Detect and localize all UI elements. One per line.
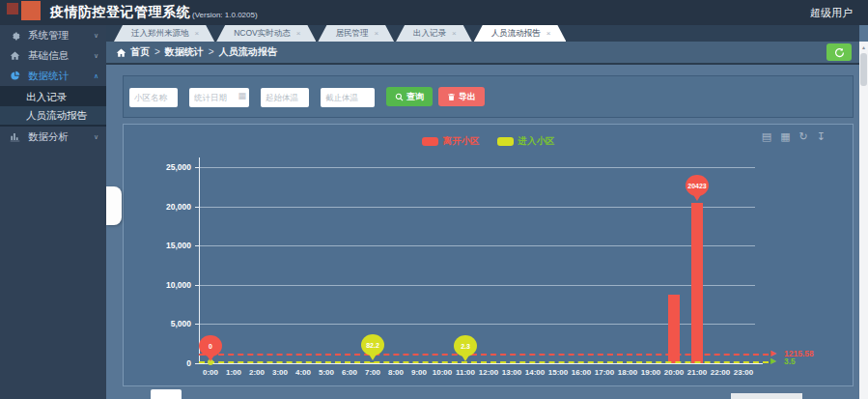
refresh-button[interactable]: [826, 43, 852, 61]
panel-collapse-handle[interactable]: [106, 186, 122, 225]
chevron-up-icon: ∧: [94, 72, 98, 80]
sidebar-subitem[interactable]: 出入记录: [0, 88, 106, 106]
average-line: [199, 354, 769, 356]
sidebar-item-label: 数据统计: [28, 70, 69, 83]
chart-panel: 离开小区进入小区 ▤▦↻↧ 05,00010,00015,00020,00025…: [123, 124, 854, 386]
vertical-scrollbar[interactable]: ▴: [859, 42, 868, 399]
sidebar-subitem[interactable]: 人员流动报告: [0, 106, 106, 125]
bar-离开小区: [691, 203, 703, 363]
y-tick-label: 5,000: [124, 319, 191, 328]
breadcrumb-home[interactable]: 首页: [130, 45, 150, 59]
chevron-down-icon: ∨: [94, 52, 98, 60]
sidebar-submenu: 出入记录人员流动报告: [0, 86, 106, 127]
start-temp-input[interactable]: [261, 88, 309, 107]
query-button-label: 查询: [406, 91, 424, 103]
trash-icon: [447, 93, 456, 101]
close-icon[interactable]: ×: [374, 29, 378, 38]
chevron-down-icon: ∨: [94, 133, 98, 141]
query-button[interactable]: 查询: [386, 87, 433, 106]
home-icon: [10, 50, 24, 61]
tab-label: 居民管理: [335, 28, 368, 40]
community-name-input[interactable]: [129, 88, 178, 107]
refresh-icon: [834, 47, 845, 58]
marker-pin: 2.3: [454, 335, 477, 356]
y-tick-label: 20,000: [124, 202, 191, 212]
breadcrumb-separator: >: [209, 46, 214, 57]
search-panel: ▦ 查询 导出: [123, 75, 854, 118]
tab[interactable]: 出入记录×: [396, 25, 472, 42]
app-header: 疫情防控登记管理系统 (Version: 1.0.0205) 超级用户: [0, 0, 868, 25]
search-field: ▦: [189, 87, 249, 107]
tab[interactable]: 居民管理×: [318, 25, 394, 42]
gridline: [199, 285, 755, 286]
breadcrumb-item[interactable]: 人员流动报告: [219, 46, 277, 57]
tab[interactable]: NCOV实时动态×: [216, 25, 316, 42]
bottom-partial-panel: [151, 389, 182, 399]
tab-label: NCOV实时动态: [234, 28, 291, 40]
breadcrumb-item[interactable]: 数据统计: [165, 46, 204, 57]
x-tick-label: 23:00: [727, 368, 760, 377]
tab-label: 迁入郑州来源地: [131, 28, 189, 40]
x-axis: [199, 363, 763, 364]
end-temp-input[interactable]: [321, 88, 375, 107]
tab[interactable]: 迁入郑州来源地×: [114, 25, 214, 42]
breadcrumb: >数据统计>人员流动报告: [150, 45, 277, 59]
gear-icon: [10, 30, 24, 41]
search-field: [129, 87, 178, 107]
chart-plot: 05,00010,00015,00020,00025,0000:001:002:…: [124, 125, 853, 385]
home-icon: [116, 47, 126, 58]
app-logo: [0, 0, 50, 25]
bar-chart-icon: [10, 131, 24, 142]
average-value-label: 3.5: [784, 356, 796, 366]
close-icon[interactable]: ×: [452, 29, 457, 38]
y-tick-label: 25,000: [124, 162, 191, 172]
search-icon: [395, 93, 404, 101]
sidebar-item[interactable]: 基础信息∨: [0, 45, 106, 66]
app-root: 疫情防控登记管理系统 (Version: 1.0.0205) 超级用户 系统管理…: [0, 0, 868, 399]
chevron-down-icon: ∨: [94, 32, 98, 40]
gridline: [199, 245, 755, 246]
tab-label: 出入记录: [413, 28, 446, 40]
search-fields: ▦: [129, 87, 386, 107]
tab-label: 人员流动报告: [491, 28, 541, 40]
app-version: (Version: 1.0.0205): [192, 11, 258, 19]
sidebar-item-label: 基础信息: [28, 49, 69, 63]
scrollbar-thumb[interactable]: [860, 53, 867, 86]
close-icon[interactable]: ×: [296, 29, 301, 38]
sidebar-item-label: 系统管理: [28, 29, 69, 43]
sidebar-item[interactable]: 数据分析∨: [0, 127, 106, 147]
marker-pin-label: 20423: [687, 183, 706, 189]
scroll-up-icon[interactable]: ▴: [859, 42, 868, 50]
gridline: [199, 207, 755, 208]
close-icon[interactable]: ×: [546, 29, 551, 38]
breadcrumb-separator: >: [154, 46, 160, 57]
export-button-label: 导出: [459, 91, 476, 103]
user-menu[interactable]: 超级用户: [810, 6, 853, 20]
sidebar-item[interactable]: 系统管理∨: [0, 25, 106, 45]
logo-square-orange: [21, 1, 41, 20]
y-tick-label: 0: [124, 358, 191, 368]
app-title: 疫情防控登记管理系统: [50, 4, 190, 21]
average-arrow-icon: ▶: [770, 356, 776, 365]
breadcrumb-bar: 首页 >数据统计>人员流动报告: [106, 42, 859, 65]
sidebar-menu: 系统管理∨基础信息∨数据统计∧出入记录人员流动报告数据分析∨: [0, 25, 106, 147]
search-field: [321, 87, 375, 107]
marker-pin: 20423: [686, 175, 709, 196]
logo-square-dark: [7, 3, 18, 14]
marker-pin-label: 2.3: [461, 343, 470, 350]
marker-pin-label: 0: [209, 343, 212, 350]
tab[interactable]: 人员流动报告×: [474, 25, 567, 42]
pie-chart-icon: [10, 71, 24, 81]
export-button[interactable]: 导出: [438, 87, 485, 106]
average-line: [199, 361, 769, 363]
tab-bar: 迁入郑州来源地×NCOV实时动态×居民管理×出入记录×人员流动报告×: [106, 25, 859, 42]
stat-date-input[interactable]: [189, 88, 249, 107]
bottom-partial-panel-2: [731, 393, 802, 399]
marker-pin: 82.2: [361, 334, 384, 356]
close-icon[interactable]: ×: [195, 29, 200, 38]
search-field: [261, 87, 309, 107]
y-tick-label: 15,000: [124, 241, 191, 250]
sidebar-item[interactable]: 数据统计∧: [0, 66, 106, 86]
y-axis: [199, 157, 200, 363]
y-tick-label: 10,000: [124, 280, 191, 290]
